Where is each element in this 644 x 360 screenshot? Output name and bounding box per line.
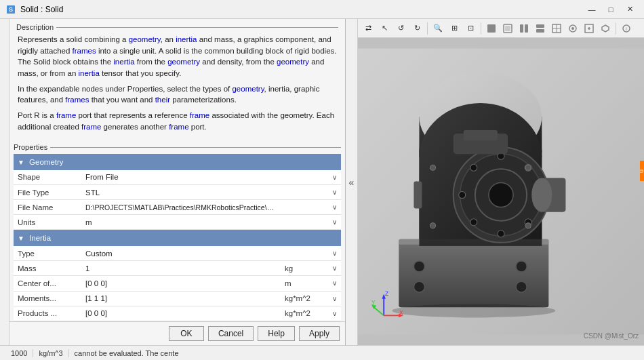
- vp-info-btn[interactable]: i: [619, 21, 634, 36]
- vp-view3-btn[interactable]: [517, 21, 531, 36]
- vp-select-btn[interactable]: ↖: [377, 21, 392, 36]
- vp-grid-btn[interactable]: ⊡: [463, 21, 478, 36]
- viewport-toolbar: ⇄ ↖ ↺ ↻ 🔍 ⊞ ⊡: [358, 19, 644, 38]
- vp-fit-btn[interactable]: ⊞: [447, 21, 462, 36]
- prop-label-mass: Mass: [14, 261, 81, 276]
- svg-point-49: [392, 304, 555, 317]
- prop-unit-shape: [281, 170, 328, 185]
- prop-dropdown-products[interactable]: ∨: [328, 306, 341, 321]
- prop-dropdown-filename[interactable]: ∨: [328, 200, 341, 215]
- vp-zoom-btn[interactable]: 🔍: [430, 21, 445, 36]
- side-accent[interactable]: n: [640, 161, 644, 181]
- prop-unit-center: m: [281, 276, 328, 291]
- prop-value-type: Custom: [81, 246, 281, 261]
- prop-dropdown-moments[interactable]: ∨: [328, 291, 341, 306]
- right-panel: ⇄ ↖ ↺ ↻ 🔍 ⊞ ⊡: [358, 19, 644, 345]
- prop-label-products: Products ...: [14, 306, 81, 321]
- vp-rotate-right-btn[interactable]: ↻: [409, 21, 424, 36]
- svg-text:S: S: [9, 6, 13, 13]
- vp-view1-btn[interactable]: [484, 21, 499, 36]
- prop-label-shape: Shape: [14, 170, 81, 185]
- window-title: Solid : Solid: [20, 5, 583, 14]
- collapse-button[interactable]: «: [346, 19, 358, 345]
- vp-view2-btn[interactable]: [500, 21, 515, 36]
- prop-dropdown-filetype[interactable]: ∨: [328, 184, 341, 199]
- prop-label-units: Units: [14, 215, 81, 230]
- vp-view8-btn[interactable]: [598, 21, 613, 36]
- table-row: Mass 1 kg ∨: [14, 261, 341, 276]
- geometry-group-row[interactable]: ▼ Geometry: [14, 154, 341, 170]
- svg-rect-18: [399, 239, 548, 307]
- prop-dropdown-shape[interactable]: ∨: [328, 170, 341, 185]
- maximize-button[interactable]: □: [602, 3, 620, 16]
- vp-view7-btn[interactable]: [582, 21, 597, 36]
- prop-value-shape: From File: [81, 170, 281, 185]
- prop-dropdown-type[interactable]: ∨: [328, 246, 341, 261]
- svg-rect-8: [536, 29, 544, 33]
- table-row: Moments... [1 1 1] kg*m^2 ∨: [14, 291, 341, 306]
- svg-rect-6: [525, 24, 528, 33]
- prop-label-filetype: File Type: [14, 184, 81, 199]
- status-zoom: 1000: [5, 349, 33, 357]
- svg-text:i: i: [626, 26, 627, 32]
- viewport-scene[interactable]: Z Y X CSDN @Mist_Orz n: [358, 38, 644, 345]
- prop-dropdown-mass[interactable]: ∨: [328, 261, 341, 276]
- svg-rect-44: [464, 130, 498, 140]
- prop-value-moments: [1 1 1]: [81, 291, 281, 306]
- desc-para1: Represents a solid combining a geometry,…: [18, 34, 337, 79]
- inertia-group-row[interactable]: ▼ Inertia: [14, 230, 341, 246]
- help-button[interactable]: Help: [258, 326, 295, 341]
- prop-unit-type: [281, 246, 328, 261]
- svg-point-38: [470, 219, 477, 226]
- vp-sep2: [481, 22, 481, 35]
- prop-unit-mass: kg: [281, 261, 328, 276]
- svg-point-34: [459, 192, 466, 199]
- cancel-button[interactable]: Cancel: [208, 326, 254, 341]
- description-text: Represents a solid combining a geometry,…: [16, 34, 338, 132]
- status-bar: 1000 kg/m^3 cannot be evaluated. The cen…: [0, 345, 644, 360]
- vp-view6-btn[interactable]: [565, 21, 580, 36]
- svg-point-31: [489, 182, 513, 207]
- prop-value-filetype: STL: [81, 184, 281, 199]
- apply-button[interactable]: Apply: [299, 326, 340, 341]
- svg-point-21: [414, 281, 424, 292]
- left-strip: [0, 19, 9, 345]
- app-icon: S: [5, 4, 16, 15]
- svg-rect-42: [414, 181, 422, 208]
- table-row: Center of... [0 0 0] m ∨: [14, 276, 341, 291]
- prop-unit-units: [281, 215, 328, 230]
- vp-rotate-left-btn[interactable]: ↺: [393, 21, 408, 36]
- axes-indicator: Z Y X: [371, 291, 405, 325]
- svg-point-22: [516, 261, 527, 272]
- vp-view5-btn[interactable]: [549, 21, 564, 36]
- vp-sep3: [616, 22, 616, 35]
- table-row: File Type STL ∨: [14, 184, 341, 199]
- vp-view4-btn[interactable]: [533, 21, 548, 36]
- prop-label-filename: File Name: [14, 200, 81, 215]
- status-unit: kg/m^3: [33, 349, 68, 357]
- svg-point-13: [571, 27, 574, 30]
- svg-rect-5: [520, 24, 523, 33]
- properties-table: ▼ Geometry Shape From File ∨ File Type: [14, 154, 341, 321]
- svg-point-47: [525, 223, 531, 228]
- prop-dropdown-center[interactable]: ∨: [328, 276, 341, 291]
- prop-unit-moments: kg*m^2: [281, 291, 328, 306]
- status-message: cannot be evaluated. The cente: [69, 349, 639, 357]
- table-row: Products ... [0 0 0] kg*m^2 ∨: [14, 306, 341, 321]
- main-content: Description Represents a solid combining…: [0, 19, 644, 345]
- table-row: Type Custom ∨: [14, 246, 341, 261]
- prop-label-moments: Moments...: [14, 291, 81, 306]
- geometry-group-label: Geometry: [29, 158, 64, 166]
- properties-label: Properties: [14, 143, 341, 151]
- properties-section: Properties ▼ Geometry: [9, 140, 345, 321]
- vp-sync-btn[interactable]: ⇄: [361, 21, 376, 36]
- geometry-expand-icon: ▼: [18, 159, 24, 166]
- svg-point-20: [414, 261, 424, 272]
- prop-dropdown-units[interactable]: ∨: [328, 215, 341, 230]
- prop-value-mass: 1: [81, 261, 281, 276]
- ok-button[interactable]: OK: [169, 326, 204, 341]
- svg-rect-2: [487, 24, 496, 33]
- close-button[interactable]: ✕: [621, 3, 639, 16]
- svg-point-23: [516, 281, 527, 292]
- minimize-button[interactable]: —: [583, 3, 601, 16]
